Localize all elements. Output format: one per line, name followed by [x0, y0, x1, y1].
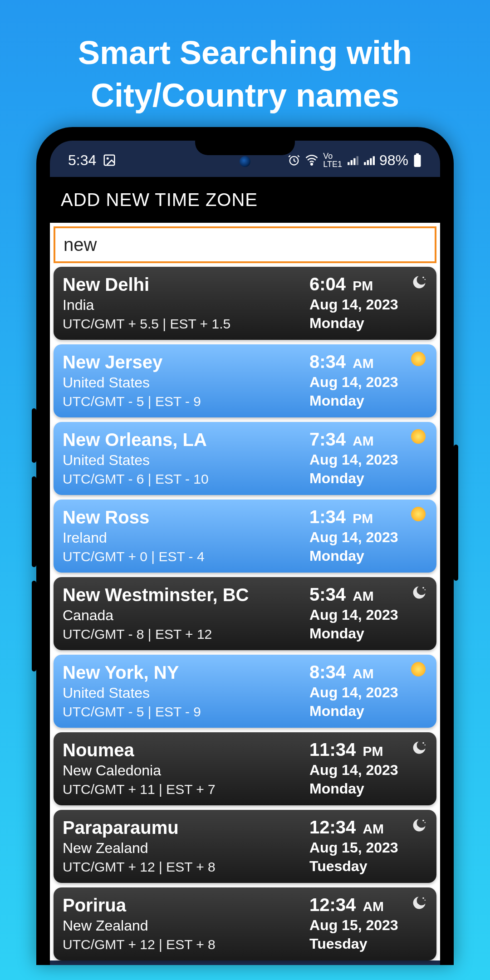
- city-name: Paraparaumu: [63, 817, 309, 838]
- time-value: 5:34 AM: [309, 584, 427, 605]
- country-name: United States: [63, 452, 309, 469]
- day-value: Monday: [309, 703, 427, 720]
- wifi-icon: [305, 153, 318, 167]
- phone-frame: 5:34 VoLTE1 98% ADD NEW TIME ZONE New De…: [36, 127, 454, 965]
- timezone-card[interactable]: New Orleans, LAUnited StatesUTC/GMT - 6 …: [54, 422, 436, 495]
- sun-icon: [411, 352, 427, 368]
- screen-title: ADD NEW TIME ZONE: [50, 177, 440, 223]
- country-name: United States: [63, 374, 309, 391]
- timezone-card[interactable]: New Westminster, BCCanadaUTC/GMT - 8 | E…: [54, 577, 436, 650]
- image-icon: [103, 153, 116, 167]
- svg-rect-7: [357, 156, 358, 165]
- offset-label: UTC/GMT - 5 | EST - 9: [63, 704, 309, 720]
- moon-icon: [411, 817, 427, 833]
- svg-rect-6: [353, 158, 355, 165]
- offset-label: UTC/GMT - 6 | EST - 10: [63, 471, 309, 487]
- day-value: Tuesday: [309, 858, 427, 875]
- country-name: New Zealand: [63, 840, 309, 857]
- svg-point-23: [425, 900, 426, 901]
- time-value: 8:34 AM: [309, 352, 427, 372]
- svg-point-20: [422, 820, 424, 822]
- search-input[interactable]: [54, 226, 436, 263]
- country-name: Canada: [63, 607, 309, 624]
- day-value: Monday: [309, 392, 427, 409]
- network-label: VoLTE1: [323, 152, 342, 168]
- offset-label: UTC/GMT + 5.5 | EST + 1.5: [63, 316, 309, 332]
- city-name: New Jersey: [63, 352, 309, 372]
- country-name: New Caledonia: [63, 762, 309, 779]
- svg-rect-4: [348, 162, 349, 165]
- timezone-card[interactable]: New DelhiIndiaUTC/GMT + 5.5 | EST + 1.56…: [54, 267, 436, 340]
- country-name: United States: [63, 685, 309, 701]
- city-name: New York, NY: [63, 662, 309, 683]
- city-name: New Orleans, LA: [63, 429, 309, 450]
- offset-label: UTC/GMT + 0 | EST - 4: [63, 549, 309, 564]
- date-value: Aug 14, 2023: [309, 529, 427, 546]
- battery-percent: 98%: [379, 152, 408, 169]
- city-name: New Westminster, BC: [63, 584, 309, 605]
- svg-point-22: [422, 897, 424, 899]
- country-name: India: [63, 297, 309, 314]
- timezone-card[interactable]: ParaparaumuNew ZealandUTC/GMT + 12 | EST…: [54, 810, 436, 883]
- signal-icon-2: [363, 154, 375, 166]
- day-value: Monday: [309, 780, 427, 797]
- timezone-card[interactable]: New JerseyUnited StatesUTC/GMT - 5 | EST…: [54, 344, 436, 417]
- sun-icon: [411, 662, 427, 678]
- date-value: Aug 15, 2023: [309, 917, 427, 934]
- city-name: Porirua: [63, 895, 309, 916]
- time-value: 12:34 AM: [309, 817, 427, 838]
- city-name: New Ross: [63, 507, 309, 528]
- svg-rect-13: [414, 155, 421, 167]
- timezone-card[interactable]: New RossIrelandUTC/GMT + 0 | EST - 41:34…: [54, 500, 436, 573]
- date-value: Aug 14, 2023: [309, 374, 427, 391]
- sun-icon: [411, 507, 427, 523]
- offset-label: UTC/GMT + 11 | EST + 7: [63, 782, 309, 797]
- date-value: Aug 14, 2023: [309, 607, 427, 623]
- svg-rect-0: [104, 155, 115, 166]
- country-name: Ireland: [63, 529, 309, 546]
- moon-icon: [411, 740, 427, 756]
- svg-point-21: [425, 822, 426, 823]
- date-value: Aug 15, 2023: [309, 839, 427, 856]
- svg-point-15: [425, 279, 426, 280]
- timezone-card[interactable]: PoriruaNew ZealandUTC/GMT + 12 | EST + 8…: [54, 887, 436, 960]
- date-value: Aug 14, 2023: [309, 684, 427, 701]
- svg-rect-9: [367, 160, 369, 165]
- svg-rect-5: [351, 160, 353, 165]
- svg-point-1: [107, 157, 109, 160]
- country-name: New Zealand: [63, 917, 309, 934]
- svg-point-19: [425, 745, 426, 745]
- offset-label: UTC/GMT - 8 | EST + 12: [63, 627, 309, 642]
- status-time: 5:34: [68, 152, 96, 169]
- day-value: Monday: [309, 548, 427, 564]
- moon-icon: [411, 895, 427, 911]
- time-value: 8:34 AM: [309, 662, 427, 682]
- day-value: Tuesday: [309, 936, 427, 952]
- city-name: Noumea: [63, 740, 309, 760]
- svg-rect-12: [416, 153, 419, 155]
- offset-label: UTC/GMT - 5 | EST - 9: [63, 394, 309, 409]
- time-value: 1:34 PM: [309, 507, 427, 527]
- battery-icon: [413, 153, 422, 167]
- offset-label: UTC/GMT + 12 | EST + 8: [63, 937, 309, 952]
- signal-icon: [347, 154, 358, 166]
- timezone-card[interactable]: NoumeaNew CaledoniaUTC/GMT + 11 | EST + …: [54, 732, 436, 805]
- date-value: Aug 14, 2023: [309, 296, 427, 313]
- offset-label: UTC/GMT + 12 | EST + 8: [63, 859, 309, 875]
- day-value: Monday: [309, 625, 427, 642]
- moon-icon: [411, 584, 427, 601]
- timezone-card[interactable]: New York, NYUnited StatesUTC/GMT - 5 | E…: [54, 655, 436, 728]
- time-value: 11:34 PM: [309, 740, 427, 760]
- day-value: Monday: [309, 315, 427, 332]
- city-name: New Delhi: [63, 274, 309, 295]
- date-value: Aug 14, 2023: [309, 762, 427, 779]
- svg-point-16: [422, 587, 424, 589]
- time-value: 12:34 AM: [309, 895, 427, 915]
- results-list[interactable]: New DelhiIndiaUTC/GMT + 5.5 | EST + 1.56…: [50, 267, 440, 960]
- promo-headline: Smart Searching with City/Country names: [0, 0, 490, 130]
- moon-icon: [411, 274, 427, 290]
- svg-point-18: [422, 742, 424, 744]
- time-value: 6:04 PM: [309, 274, 427, 294]
- svg-point-14: [422, 277, 424, 279]
- sun-icon: [411, 429, 427, 446]
